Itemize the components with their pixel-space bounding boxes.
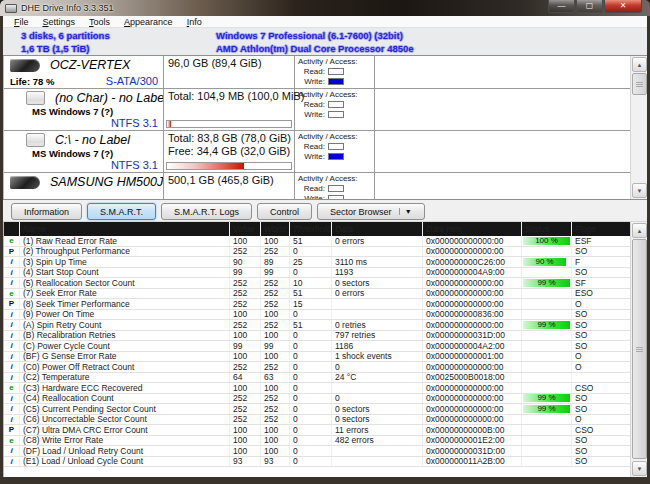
- tab-information[interactable]: Information: [11, 203, 82, 220]
- attr-status: [522, 446, 572, 456]
- smart-row-c3-hardware-ecc-recovered[interactable]: e(C3) Hardware ECC Recovered10010000x000…: [4, 383, 630, 394]
- attr-worst: 100: [261, 352, 290, 362]
- header-cell-worst[interactable]: Worst: [261, 222, 290, 236]
- drive-name: SAMSUNG HM500JI: [50, 175, 164, 189]
- smart-row-8-seek-timer-performance[interactable]: P(8) Seek Timer Performance252252150x000…: [4, 299, 630, 310]
- header-cell-flags[interactable]: Flags: [572, 222, 630, 236]
- menu-item-appearance[interactable]: Appearance: [117, 17, 180, 27]
- smart-row-e1-load-unload-cycle-count[interactable]: i(E1) Load / Unload Cycle Count939300x00…: [4, 457, 630, 468]
- menu-item-file[interactable]: File: [7, 17, 36, 27]
- titlebar[interactable]: DHE Drive Info 3.3.351 — ▢ ✕: [0, 0, 650, 16]
- header-cell-name[interactable]: Name: [20, 222, 230, 236]
- hard-disk-icon: [10, 59, 40, 72]
- activity-access-label: Activity / Access:: [298, 174, 372, 183]
- smart-row-c2-temperature[interactable]: i(C2) Temperature6463024 °C0x0025000B001…: [4, 373, 630, 384]
- drive-detail-line: NTFS 3.1: [4, 159, 163, 172]
- header-cell-data[interactable]: Data: [332, 222, 423, 236]
- scroll-up-icon[interactable]: ▲: [632, 223, 647, 238]
- smart-row-2-throughput-performance[interactable]: P(2) Throughput Performance25225200x0000…: [4, 247, 630, 258]
- minimize-button[interactable]: —: [548, 0, 575, 13]
- table-scrollbar[interactable]: ▲ ▼: [630, 222, 647, 477]
- attr-data-hex: 0x000000000000:00: [423, 362, 522, 372]
- smart-row-b-recalibration-retries[interactable]: i(B) Recalibration Retries1001000797 ret…: [4, 331, 630, 342]
- write-activity-row: Write:: [298, 152, 372, 161]
- smart-row-c-power-cycle-count[interactable]: i(C) Power Cycle Count9999011860x0000000…: [4, 341, 630, 352]
- smart-row-1-raw-read-error-rate[interactable]: e(1) Raw Read Error Rate100100510 errors…: [4, 236, 630, 247]
- smart-row-c0-power-off-retract-count[interactable]: i(C0) Power Off Retract Count252252000x0…: [4, 362, 630, 373]
- tab-control[interactable]: Control: [257, 203, 312, 220]
- client-area: FileSettingsToolsAppearanceInfo 3 disks,…: [3, 16, 647, 477]
- attr-status: 99 %: [522, 404, 572, 414]
- attr-name: (DF) Load / Unload Retry Count: [20, 446, 230, 456]
- smart-row-c5-current-pending-sector-count[interactable]: i(C5) Current Pending Sector Count252252…: [4, 404, 630, 415]
- header-cell-threshold[interactable]: Threshold: [290, 222, 332, 236]
- smart-row-c7-ultra-dma-crc-error-count[interactable]: P(C7) Ultra DMA CRC Error Count100100011…: [4, 425, 630, 436]
- attr-worst: 99: [261, 341, 290, 351]
- attr-threshold: 51: [290, 236, 332, 246]
- table-scroll-thumb[interactable]: [632, 239, 647, 459]
- header-cell-data-hex[interactable]: Data Hex: [423, 222, 522, 236]
- drive-row-no-char-no-label[interactable]: (no Char) - no LabelMS Windows 7 (?)NTFS…: [4, 89, 630, 131]
- scroll-down-icon[interactable]: ▼: [632, 183, 647, 198]
- status-bar: 90 %: [523, 258, 566, 266]
- read-indicator: [328, 143, 344, 150]
- scroll-up-icon[interactable]: ▲: [632, 57, 647, 72]
- smart-row-c8-write-error-rate[interactable]: e(C8) Write Error Rate1001000482 errors0…: [4, 436, 630, 447]
- menu-item-settings[interactable]: Settings: [36, 17, 83, 27]
- smart-row-df-load-unload-retry-count[interactable]: i(DF) Load / Unload Retry Count10010000x…: [4, 446, 630, 457]
- write-label: Write:: [298, 110, 325, 119]
- tab-s-m-a-r-t[interactable]: S.M.A.R.T.: [87, 203, 156, 220]
- header-cell-value[interactable]: Value: [230, 222, 261, 236]
- status-percent-label: 99 %: [537, 405, 555, 413]
- read-label: Read:: [298, 142, 325, 151]
- attr-data-hex: 0x000000000001:00: [423, 352, 522, 362]
- attr-flags: CSO: [572, 425, 630, 435]
- menu-item-info[interactable]: Info: [180, 17, 209, 27]
- tab-s-m-a-r-t-logs[interactable]: S.M.A.R.T. Logs: [161, 203, 252, 220]
- smart-row-c4-reallocation-count[interactable]: i(C4) Reallocation Count252252000x000000…: [4, 394, 630, 405]
- drive-scroll-thumb[interactable]: [632, 73, 647, 95]
- scroll-down-icon[interactable]: ▼: [632, 461, 647, 476]
- smart-row-a-spin-retry-count[interactable]: i(A) Spin Retry Count252252510 retries0x…: [4, 320, 630, 331]
- attr-status: [522, 268, 572, 278]
- smart-row-9-power-on-time[interactable]: i(9) Power On Time10010000x000000000836:…: [4, 310, 630, 321]
- attribute-type-icon: i: [4, 257, 20, 267]
- tab-label: Control: [270, 207, 299, 217]
- drive-info-cell: (no Char) - no LabelMS Windows 7 (?)NTFS…: [4, 89, 164, 130]
- attr-status: [522, 373, 572, 383]
- smart-row-7-seek-error-rate[interactable]: e(7) Seek Error Rate252252510 errors0x00…: [4, 289, 630, 300]
- maximize-button[interactable]: ▢: [576, 0, 603, 13]
- attr-status: 100 %: [522, 236, 572, 246]
- smart-row-4-start-stop-count[interactable]: i(4) Start Stop Count9999011930x00000000…: [4, 268, 630, 279]
- app-icon: [5, 4, 17, 13]
- attr-flags: SO: [572, 341, 630, 351]
- smart-row-5-reallocation-sector-count[interactable]: i(5) Reallocation Sector Count252252100 …: [4, 278, 630, 289]
- attr-flags: SO: [572, 446, 630, 456]
- header-cell-status[interactable]: Status: [522, 222, 572, 236]
- drive-info-cell: C:\ - no LabelMS Windows 7 (?)NTFS 3.1: [4, 131, 164, 172]
- system-info-panel: 3 disks, 6 partitions Windows 7 Professi…: [3, 28, 647, 55]
- smart-row-c6-uncorrectable-sector-count[interactable]: i(C6) Uncorrectable Sector Count25225200…: [4, 415, 630, 426]
- menu-item-tools[interactable]: Tools: [82, 17, 117, 27]
- attribute-type-icon: i: [4, 415, 20, 425]
- attr-status: [522, 415, 572, 425]
- close-button[interactable]: ✕: [604, 0, 642, 13]
- drive-row-ocz-vertex[interactable]: OCZ-VERTEXLife: 78 %S-ATA/30096,0 GB (89…: [4, 56, 630, 89]
- attr-threshold: 0: [290, 436, 332, 446]
- drive-row-samsung-hm500ji[interactable]: SAMSUNG HM500JI500,1 GB (465,8 GiB)Activ…: [4, 173, 630, 199]
- smart-row-bf-g-sense-error-rate[interactable]: i(BF) G Sense Error Rate10010001 shock e…: [4, 352, 630, 363]
- attr-worst: 99: [261, 268, 290, 278]
- drive-list-scrollbar[interactable]: ▲ ▼: [630, 56, 647, 199]
- attr-flags: ESF: [572, 236, 630, 246]
- attr-value: 100: [230, 310, 261, 320]
- tab-sector-browser[interactable]: Sector Browser▼: [317, 203, 424, 220]
- attr-flags: O: [572, 352, 630, 362]
- attr-flags: SO: [572, 310, 630, 320]
- disk-summary: 3 disks, 6 partitions: [21, 30, 216, 41]
- write-activity-row: Write:: [298, 110, 372, 119]
- attribute-type-icon: i: [4, 446, 20, 456]
- attr-status: [522, 352, 572, 362]
- tab-strip: InformationS.M.A.R.T.S.M.A.R.T. LogsCont…: [3, 200, 647, 222]
- smart-row-3-spin-up-time[interactable]: i(3) Spin Up Time9089253110 ms0x00000000…: [4, 257, 630, 268]
- drive-row-c-no-label[interactable]: C:\ - no LabelMS Windows 7 (?)NTFS 3.1To…: [4, 131, 630, 173]
